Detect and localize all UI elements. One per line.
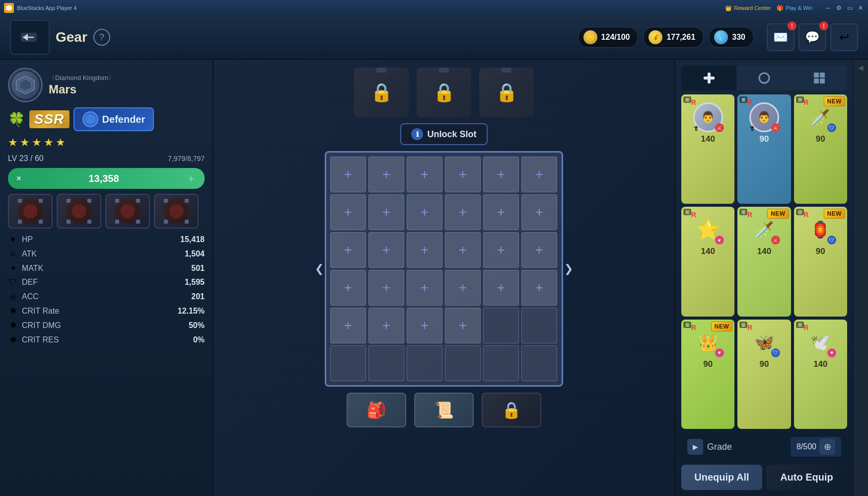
grid-cell-2-4[interactable]: + xyxy=(445,194,481,230)
grid-cell-1-5[interactable]: + xyxy=(483,157,519,192)
grade-add-btn[interactable]: ⊕ xyxy=(819,439,835,455)
grid-cell-3-3[interactable]: + xyxy=(407,232,442,268)
grid-cell-3-6[interactable]: + xyxy=(521,232,557,268)
character-avatar xyxy=(8,68,43,102)
gear-item-1-count: 140 xyxy=(701,134,715,144)
grid-cell-1-1[interactable]: + xyxy=(330,157,366,192)
grid-cell-5-4[interactable]: + xyxy=(445,308,481,343)
help-button[interactable]: ? xyxy=(93,29,110,46)
back-button[interactable] xyxy=(10,20,50,55)
gear-item-9-count: 140 xyxy=(813,359,827,369)
profile-icon: ↩ xyxy=(839,30,849,44)
grid-cell-4-3[interactable]: + xyxy=(407,270,442,306)
gear-item-7[interactable]: ⊞ NEW R 👑 ♥ 90 xyxy=(681,320,734,429)
grid-cell-4-6[interactable]: + xyxy=(521,270,557,306)
minimize-btn[interactable]: ─ xyxy=(824,4,831,11)
grid-cell-3-5[interactable]: + xyxy=(483,232,519,268)
action-btn-sort[interactable]: 🎒 xyxy=(347,393,406,427)
grade-count-value: 8/500 xyxy=(796,442,816,451)
star-2: ★ xyxy=(20,136,30,149)
page-title: Gear xyxy=(56,29,87,45)
top-nav: Gear ? 🪙 124/100 💰 177,261 💧 330 ✉️ ! xyxy=(0,16,868,60)
gear-item-2-preview: R 👨 🗡 ⚔ xyxy=(746,97,782,133)
gear-slot-2[interactable] xyxy=(57,194,101,229)
restore-btn[interactable]: ▭ xyxy=(846,4,853,11)
gear-item-9[interactable]: ⊞ R 🕊️ ♥ 140 xyxy=(794,320,847,429)
svg-rect-9 xyxy=(814,73,819,78)
class-badge[interactable]: Defender xyxy=(73,107,154,131)
score-plus-btn[interactable]: ＋ xyxy=(186,171,197,186)
grade-label: Grade xyxy=(707,442,787,452)
unequip-all-button[interactable]: Unequip All xyxy=(681,465,762,490)
grid-cell-1-6[interactable]: + xyxy=(521,157,557,192)
action-btn-lock[interactable]: 🔒 xyxy=(482,393,541,427)
svg-rect-12 xyxy=(820,79,825,83)
gear-slot-4[interactable] xyxy=(154,194,199,229)
grid-cell-4-2[interactable]: + xyxy=(368,270,404,306)
gear-item-8-equip-badge: 🛡 xyxy=(771,348,780,357)
grid-cell-4-5[interactable]: + xyxy=(483,270,519,306)
grid-cell-2-3[interactable]: + xyxy=(407,194,442,230)
gear-item-8-rarity: R xyxy=(747,324,752,331)
profile-button[interactable]: ↩ xyxy=(830,23,858,51)
action-btn-filter[interactable]: 📜 xyxy=(414,393,474,427)
gear-item-6-count: 90 xyxy=(816,247,825,256)
grid-cell-2-2[interactable]: + xyxy=(368,194,404,230)
reward-center-btn[interactable]: 👑 Reward Center xyxy=(725,5,771,11)
tab-bar xyxy=(681,66,847,90)
grid-cell-5-2[interactable]: + xyxy=(368,308,404,343)
grid-cell-4-1[interactable]: + xyxy=(330,270,366,306)
gear-slot-3[interactable] xyxy=(105,194,150,229)
grid-cell-2-6[interactable]: + xyxy=(521,194,557,230)
gear-item-2-rarity: R xyxy=(747,98,752,106)
avatar-image xyxy=(11,71,39,99)
side-bar: ◀ xyxy=(853,60,868,496)
grid-cell-6-6 xyxy=(521,345,557,381)
grid-cell-5-3[interactable]: + xyxy=(407,308,442,343)
grid-arrow-left: ❮ xyxy=(315,262,324,275)
sort-icon: 🎒 xyxy=(366,401,386,419)
chat-icon: 💬 xyxy=(805,30,820,44)
grid-cell-2-1[interactable]: + xyxy=(330,194,366,230)
tab-circle[interactable] xyxy=(736,66,792,90)
gear-item-5[interactable]: ⊞ NEW R 🗡️ ⚔ 140 xyxy=(737,207,791,316)
close-btn[interactable]: ✕ xyxy=(857,4,864,11)
mail-button[interactable]: ✉️ ! xyxy=(767,23,795,51)
chat-button[interactable]: 💬 ! xyxy=(798,23,826,51)
hp-label: HP xyxy=(22,235,72,244)
gear-item-2[interactable]: ⊞ R 👨 🗡 ⚔ 90 xyxy=(737,94,791,204)
clover-icon: 🍀 xyxy=(8,111,25,128)
gear-item-8[interactable]: ⊞ R 🦋 🛡 90 xyxy=(737,320,791,429)
grid-cell-3-1[interactable]: + xyxy=(330,232,366,268)
crit-res-icon: ✱ xyxy=(8,335,18,344)
gear-item-1[interactable]: ⊞ R 👨 🗡 ⚔ 140 xyxy=(681,94,734,204)
lock-icon: 🔒 xyxy=(502,401,521,419)
grid-cell-2-5[interactable]: + xyxy=(483,194,519,230)
gear-item-4-count: 140 xyxy=(701,247,715,256)
gear-item-3[interactable]: ⊞ NEW R 🗡️ 🛡 90 xyxy=(794,94,847,204)
grid-cell-4-4[interactable]: + xyxy=(445,270,481,306)
grid-cell-5-1[interactable]: + xyxy=(330,308,366,343)
tab-cross[interactable] xyxy=(681,66,736,90)
grid-cell-1-4[interactable]: + xyxy=(445,157,481,192)
left-panel: 〈Diamond Kingdom〉 Mars 🍀 SSR Defender xyxy=(0,60,214,496)
tab-grid[interactable] xyxy=(792,66,847,90)
gear-item-7-rarity: R xyxy=(691,324,696,331)
gear-item-6[interactable]: ⊞ NEW R 🏮 🛡 90 xyxy=(794,207,847,316)
star-3: ★ xyxy=(32,136,42,149)
grade-play-btn[interactable]: ▶ xyxy=(687,439,703,455)
grid-cell-3-2[interactable]: + xyxy=(368,232,404,268)
settings-btn[interactable]: ⚙ xyxy=(835,4,842,11)
auto-equip-button[interactable]: Auto Equip xyxy=(766,465,847,490)
side-bar-icon-1: ◀ xyxy=(858,64,864,72)
grid-cell-1-3[interactable]: + xyxy=(407,157,442,192)
gear-slot-1[interactable] xyxy=(8,194,53,229)
lock-icon-2: 🔒 xyxy=(433,82,455,103)
gear-item-5-preview: R 🗡️ ⚔ xyxy=(746,210,782,246)
grid-cell-3-4[interactable]: + xyxy=(445,232,481,268)
unlock-slot-tooltip: ℹ Unlock Slot xyxy=(400,123,487,145)
play-win-btn[interactable]: 🎁 Play & Win xyxy=(777,5,812,11)
gear-item-4[interactable]: ⊞ R ⭐ ♥ 140 xyxy=(681,207,734,316)
stat-crit-res: ✱ CRIT RES 0% xyxy=(8,333,205,346)
grid-cell-1-2[interactable]: + xyxy=(368,157,404,192)
